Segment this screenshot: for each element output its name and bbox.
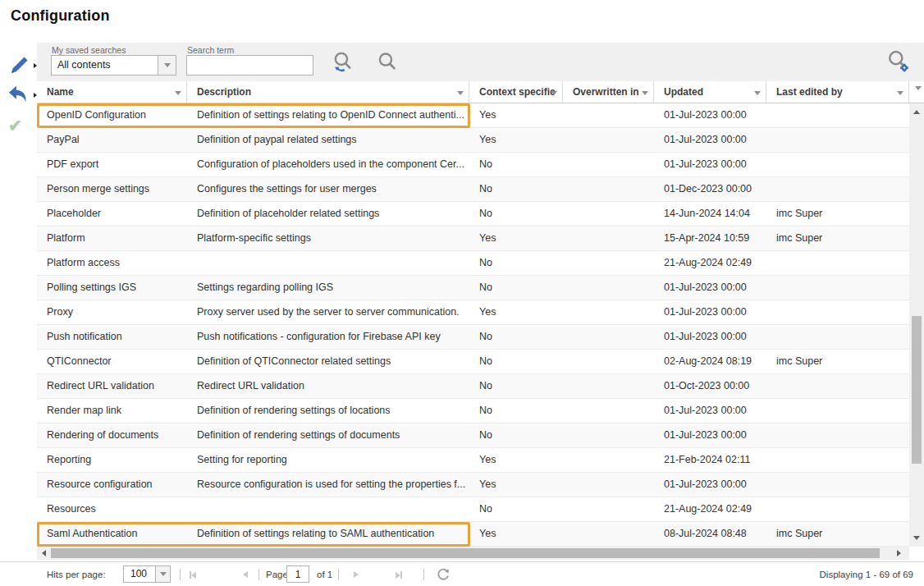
- chevron-down-icon: [164, 63, 171, 67]
- table-row[interactable]: Person merge settingsConfigures the sett…: [37, 177, 909, 202]
- cell-description: Proxy server used by the server to serve…: [187, 300, 469, 324]
- cell-name: Platform access: [37, 251, 187, 275]
- paging-toolbar: Hits per page: 100 Page of 1 Displaying …: [0, 561, 924, 586]
- next-page-icon: [354, 571, 359, 578]
- scroll-left-icon[interactable]: [42, 550, 46, 556]
- displaying-status: Displaying 1 - 69 of 69: [820, 562, 913, 586]
- saved-searches-combo[interactable]: All contents: [51, 55, 176, 76]
- cell-overwritten-in: [563, 251, 654, 275]
- column-header-description[interactable]: Description: [187, 81, 469, 103]
- vertical-scrollbar[interactable]: [909, 103, 924, 547]
- table-row[interactable]: PlatformPlatform-specific settingsYes15-…: [37, 227, 909, 251]
- cell-updated: 01-Jul-2023 00:00: [654, 300, 766, 324]
- table-body: OpenID ConfigurationDefinition of settin…: [37, 103, 909, 547]
- cell-overwritten-in: [563, 522, 654, 546]
- column-menu-trigger[interactable]: [175, 90, 181, 103]
- column-menu-trigger[interactable]: [897, 90, 903, 103]
- cell-updated: 15-Apr-2024 10:59: [654, 227, 766, 250]
- reset-search-button[interactable]: [331, 50, 355, 78]
- vertical-scrollbar-thumb[interactable]: [912, 316, 922, 464]
- cell-overwritten-in: [563, 300, 654, 324]
- cell-last-edited-by: [766, 103, 909, 127]
- search-toolbar: My saved searches All contents Search te…: [37, 43, 924, 81]
- table-row[interactable]: ProxyProxy server used by the server to …: [37, 300, 909, 325]
- column-header-overwritten-in[interactable]: Overwritten in: [563, 81, 654, 103]
- separator: [258, 569, 259, 580]
- cell-last-edited-by: [766, 276, 909, 300]
- cell-name: Person merge settings: [37, 177, 187, 201]
- cell-overwritten-in: [563, 153, 654, 176]
- horizontal-scrollbar[interactable]: [37, 547, 909, 560]
- search-term-input[interactable]: [186, 55, 313, 76]
- cell-last-edited-by: [766, 423, 909, 447]
- hits-per-page-combo[interactable]: 100: [123, 565, 171, 583]
- column-menu-trigger[interactable]: [457, 90, 464, 103]
- column-header-last-edited-by[interactable]: Last edited by: [766, 81, 909, 103]
- cell-description: Push notifications - configuration for F…: [187, 325, 469, 349]
- undo-button[interactable]: [7, 84, 30, 108]
- table-row[interactable]: ResourcesNo21-Aug-2024 02:49: [37, 497, 909, 522]
- table-row[interactable]: ReportingSetting for reportingYes21-Feb-…: [37, 448, 909, 473]
- cell-overwritten-in: [563, 423, 654, 447]
- table-row[interactable]: Redirect URL validationRedirect URL vali…: [37, 374, 909, 399]
- table-row[interactable]: Resource configurationResource configura…: [37, 473, 909, 497]
- scroll-up-icon[interactable]: [913, 110, 920, 114]
- saved-searches-trigger[interactable]: [158, 56, 176, 75]
- table-row[interactable]: Saml AuthenticationDefinition of setting…: [37, 522, 909, 547]
- column-header-context-specific[interactable]: Context specific: [469, 81, 563, 103]
- table-row[interactable]: Rendering of documentsDefinition of rend…: [37, 423, 909, 448]
- scroll-down-icon[interactable]: [913, 536, 920, 540]
- cell-name: Saml Authentication: [37, 522, 187, 546]
- cell-description: Platform-specific settings: [187, 227, 469, 250]
- cell-overwritten-in: [563, 497, 654, 521]
- cell-name: Push notification: [37, 325, 187, 349]
- cell-context-specific: No: [469, 202, 563, 226]
- scroll-right-icon[interactable]: [897, 550, 901, 556]
- cell-context-specific: Yes: [469, 522, 563, 546]
- column-label: Overwritten in: [573, 86, 639, 98]
- table-row[interactable]: OpenID ConfigurationDefinition of settin…: [37, 103, 909, 128]
- refresh-button[interactable]: [437, 568, 450, 583]
- table-row[interactable]: QTIConnectorDefinition of QTIConnector r…: [37, 350, 909, 374]
- column-menu-trigger[interactable]: [551, 90, 557, 103]
- table-row[interactable]: PDF exportConfiguration of placeholders …: [37, 153, 909, 177]
- cell-last-edited-by: [766, 300, 909, 324]
- cell-context-specific: Yes: [469, 227, 563, 250]
- previous-page-button[interactable]: [243, 571, 248, 578]
- last-page-button[interactable]: [396, 571, 402, 579]
- horizontal-scrollbar-thumb[interactable]: [51, 548, 880, 558]
- table-row[interactable]: Render map linkDefinition of rendering s…: [37, 399, 909, 423]
- search-settings-button[interactable]: [885, 48, 911, 78]
- column-header-spacer[interactable]: [909, 81, 924, 103]
- table-row[interactable]: PlaceholderDefinition of placeholder rel…: [37, 202, 909, 227]
- table-row[interactable]: Push notificationPush notifications - co…: [37, 325, 909, 350]
- cell-overwritten-in: [563, 227, 654, 250]
- hits-per-page-trigger[interactable]: [155, 566, 170, 582]
- column-label: Description: [197, 86, 251, 98]
- cell-last-edited-by: [766, 374, 909, 398]
- column-header-name[interactable]: Name: [37, 81, 187, 103]
- cell-description: Resource configuration is used for setti…: [187, 473, 469, 497]
- search-button[interactable]: [375, 50, 400, 78]
- cell-last-edited-by: imc Super: [766, 227, 909, 250]
- cell-updated: 01-Dec-2023 00:00: [654, 177, 766, 201]
- last-page-icon: [400, 571, 402, 579]
- cell-description: Settings regarding polling IGS: [187, 276, 469, 300]
- column-header-updated[interactable]: Updated: [654, 81, 766, 103]
- previous-page-icon: [243, 571, 248, 578]
- table-row[interactable]: Polling settings IGSSettings regarding p…: [37, 276, 909, 300]
- column-menu-trigger[interactable]: [642, 90, 648, 103]
- cell-context-specific: No: [469, 276, 563, 300]
- cell-description: [187, 497, 469, 521]
- page-number-input[interactable]: [286, 565, 309, 583]
- next-page-button[interactable]: [354, 571, 359, 578]
- table-row[interactable]: PayPalDefinition of paypal related setti…: [37, 128, 909, 153]
- cell-name: Rendering of documents: [37, 423, 187, 447]
- cell-updated: 21-Aug-2024 02:49: [654, 251, 766, 275]
- edit-button[interactable]: [9, 54, 30, 79]
- page-title: Configuration: [11, 7, 110, 25]
- separator: [180, 569, 181, 580]
- column-menu-trigger[interactable]: [754, 90, 761, 103]
- first-page-button[interactable]: [190, 571, 196, 579]
- table-row[interactable]: Platform accessNo21-Aug-2024 02:49: [37, 251, 909, 276]
